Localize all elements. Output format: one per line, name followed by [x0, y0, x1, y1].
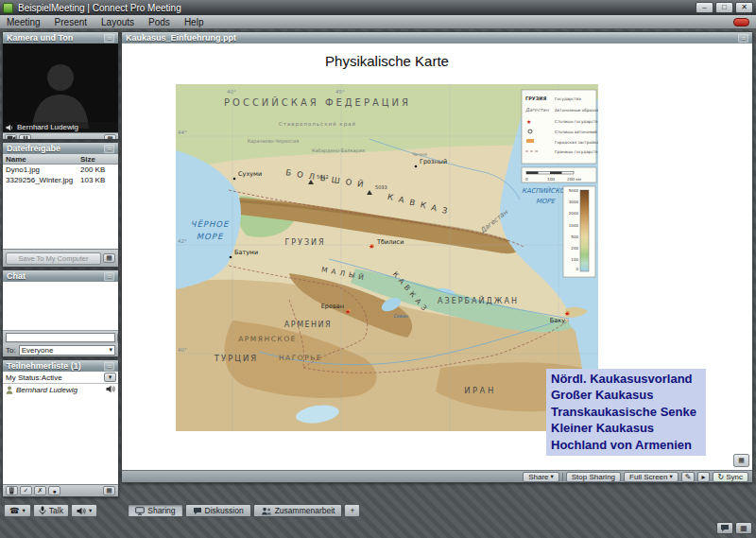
annotation-box: Nördl. Kaukasusvorland Großer Kaukasus T…	[546, 369, 706, 456]
svg-text:0: 0	[525, 177, 528, 182]
annotation-line: Transkaukasische Senke	[551, 404, 701, 420]
attendee-pod: Teilnehmerliste (1) ≡ My Status:Active ▾…	[2, 359, 119, 497]
speech-bubble-icon	[193, 507, 202, 515]
svg-text:Карачаево-Черкесия: Карачаево-Черкесия	[248, 138, 300, 145]
camera-icon	[7, 135, 16, 140]
menubar: Meeting Present Layouts Pods Help	[0, 15, 756, 29]
attendee-row[interactable]: Bernhard Ludewig	[3, 384, 118, 395]
chat-to-row: To: Everyone ▾	[3, 343, 118, 356]
attendee-list-area[interactable]	[3, 395, 118, 484]
full-screen-button[interactable]: Full Screen ▾	[624, 472, 679, 482]
pod-menu-icon[interactable]: ≡	[104, 145, 114, 153]
pod-menu-icon[interactable]: ≡	[104, 362, 114, 371]
svg-text:ТУРЦИЯ: ТУРЦИЯ	[214, 354, 258, 363]
sync-button[interactable]: ↻ Sync	[713, 472, 749, 482]
tab-sharing[interactable]: Sharing	[128, 504, 182, 517]
menu-layouts[interactable]: Layouts	[101, 17, 134, 27]
my-status-select[interactable]: My Status:Active ▾	[3, 372, 118, 384]
stop-sharing-button[interactable]: Stop Sharing	[566, 472, 621, 482]
svg-text:Грозный: Грозный	[420, 158, 447, 165]
svg-text:Кабардино-Балкария: Кабардино-Балкария	[312, 148, 365, 154]
share-pod-titlebar: Kaukasus_Einfuehrung.ppt ≡	[122, 32, 752, 43]
tab-diskussion[interactable]: Diskussion	[185, 504, 251, 517]
menu-pods[interactable]: Pods	[148, 17, 170, 27]
speaker-volume-button[interactable]: ▾	[71, 504, 97, 517]
svg-text:100: 100	[571, 257, 578, 262]
attendee-footer: ✓ ✗ ● ▦	[3, 484, 118, 496]
chat-input[interactable]	[6, 333, 115, 342]
capital-star-icon: ★	[564, 310, 570, 318]
pause-video-button[interactable]	[19, 134, 31, 141]
attendee-options-button[interactable]: ▦	[103, 486, 115, 495]
notification-button[interactable]	[716, 522, 733, 534]
connect-app-icon	[3, 3, 13, 13]
window-title: BeispielMeeting | Connect Pro Meeting	[18, 3, 696, 13]
recipient-select[interactable]: Everyone ▾	[19, 345, 115, 356]
minimize-button[interactable]: –	[696, 2, 713, 13]
svg-text:Тбилиси: Тбилиси	[376, 238, 404, 246]
add-layout-button[interactable]: +	[344, 504, 360, 517]
svg-text:Столицы государств: Столицы государств	[555, 119, 598, 124]
menu-present[interactable]: Present	[55, 17, 87, 27]
svg-text:5033: 5033	[375, 184, 387, 190]
svg-text:ГРУЗИЯ: ГРУЗИЯ	[525, 95, 546, 101]
share-control-bar: Share ▾ Stop Sharing Full Screen ▾ ✎ ▸ ↻…	[122, 470, 752, 482]
talk-button[interactable]: Talk	[33, 504, 69, 517]
pod-menu-icon[interactable]: ≡	[104, 34, 114, 43]
bottom-toolbar: ☎ ▾ Talk ▾	[4, 504, 360, 517]
svg-text:40°: 40°	[178, 347, 187, 353]
svg-text:НАГОРЬЕ: НАГОРЬЕ	[279, 354, 322, 362]
share-pod: Kaukasus_Einfuehrung.ppt ≡ Physikalische…	[121, 31, 753, 483]
whiteboard-pen-button[interactable]: ✎	[681, 472, 696, 482]
pause-icon	[23, 135, 28, 140]
maximize-button[interactable]: □	[715, 2, 733, 13]
tab-zusammenarbeit[interactable]: Zusammenarbeit	[253, 504, 343, 517]
chat-history[interactable]	[3, 282, 118, 331]
chevron-down-icon: ▾	[23, 507, 26, 514]
camera-pod-titlebar: Kamera und Ton ≡	[3, 32, 118, 43]
raise-hand-button[interactable]	[6, 486, 18, 495]
disagree-button[interactable]: ✗	[34, 486, 46, 495]
chevron-down-icon: ▾	[109, 346, 112, 354]
file-name: Dyno1.jpg	[3, 165, 80, 174]
start-camera-button[interactable]	[5, 134, 17, 141]
playbar-toggle-button[interactable]: ▦	[733, 454, 749, 467]
svg-text:40°: 40°	[227, 89, 236, 95]
menu-help[interactable]: Help	[184, 17, 204, 27]
file-size: 103 KB	[80, 176, 118, 184]
record-indicator[interactable]	[733, 18, 749, 26]
phone-icon: ☎	[9, 506, 20, 515]
caucasus-map: РОССИЙСКАЯ ФЕДЕРАЦИЯ Ставропольский край…	[176, 84, 598, 431]
step-away-button[interactable]: ●	[48, 486, 60, 495]
camera-options-button[interactable]: ▦	[104, 134, 116, 141]
camera-controls: ▦	[3, 132, 118, 140]
pod-menu-icon[interactable]: ≡	[104, 272, 114, 281]
save-to-computer-button[interactable]: Save To My Computer	[6, 252, 101, 265]
svg-text:Ставропольский край: Ставропольский край	[279, 121, 356, 128]
camera-pod-title: Kamera und Ton	[7, 33, 73, 43]
file-row[interactable]: 3329256_Winter.jpg 103 KB	[3, 175, 118, 185]
svg-text:Дагестан: Дагестан	[525, 107, 549, 113]
layout-panel-button[interactable]: ▦	[735, 522, 752, 534]
fileshare-options-button[interactable]: ▦	[103, 253, 115, 263]
pod-menu-icon[interactable]: ≡	[738, 34, 748, 43]
share-button[interactable]: Share ▾	[523, 472, 559, 482]
fileshare-list: Dyno1.jpg 200 KB 3329256_Winter.jpg 103 …	[3, 165, 118, 249]
svg-text:5642: 5642	[317, 174, 329, 180]
sync-icon: ↻	[718, 473, 725, 481]
annotation-line: Kleiner Kaukasus	[551, 420, 701, 436]
menu-meeting[interactable]: Meeting	[7, 17, 41, 27]
pointer-button[interactable]: ▸	[697, 472, 709, 482]
svg-text:ГРУЗИЯ: ГРУЗИЯ	[284, 238, 325, 247]
monitor-icon	[135, 507, 145, 515]
file-row[interactable]: Dyno1.jpg 200 KB	[3, 165, 118, 175]
close-button[interactable]: ✕	[735, 2, 753, 13]
send-message-button[interactable]: ▸	[117, 333, 119, 342]
column-size[interactable]: Size	[80, 155, 118, 164]
column-name[interactable]: Name	[3, 155, 80, 164]
agree-button[interactable]: ✓	[20, 486, 32, 495]
phone-button[interactable]: ☎ ▾	[4, 504, 31, 517]
slide-title: Physikalische Karte	[176, 53, 598, 69]
svg-text:Ереван: Ереван	[321, 303, 344, 310]
svg-text:5000: 5000	[569, 188, 579, 193]
